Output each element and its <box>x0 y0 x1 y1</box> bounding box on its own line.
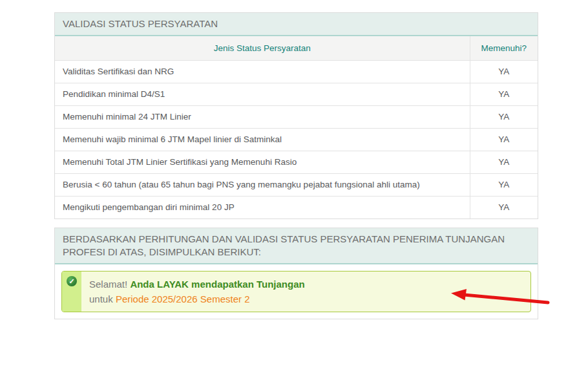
alert-greeting: Selamat! <box>89 279 127 290</box>
alert-line2-prefix: untuk <box>89 293 113 304</box>
requirement-label: Validitas Sertifikasi dan NRG <box>55 60 470 83</box>
alert-period: Periode 2025/2026 Semester 2 <box>116 293 250 304</box>
alert-line-2: untuk Periode 2025/2026 Semester 2 <box>89 292 305 306</box>
alert-line-1: Selamat! Anda LAYAK mendapatkan Tunjanga… <box>89 277 305 292</box>
table-row: Memenuhi Total JTM Linier Sertifikasi ya… <box>55 151 538 173</box>
requirement-label: Berusia < 60 tahun (atau 65 tahun bagi P… <box>55 173 470 196</box>
alert-result: Anda LAYAK mendapatkan Tunjangan <box>130 279 304 290</box>
requirement-value: YA <box>470 83 538 105</box>
alert-stripe: ✓ <box>62 272 81 312</box>
column-header-fulfilled: Memenuhi? <box>470 36 538 60</box>
requirement-value: YA <box>470 196 538 218</box>
conclusion-body: ✓ Selamat! Anda LAYAK mendapatkan Tunjan… <box>55 264 538 319</box>
requirement-label: Memenuhi Total JTM Linier Sertifikasi ya… <box>55 151 470 173</box>
requirement-label: Memenuhi wajib minimal 6 JTM Mapel linie… <box>55 128 470 151</box>
requirement-value: YA <box>470 60 538 83</box>
validation-status-card: VALIDASI STATUS PERSYARATAN Jenis Status… <box>54 12 538 219</box>
table-row: Mengikuti pengembangan diri minimal 20 J… <box>55 196 538 218</box>
validation-card-title: VALIDASI STATUS PERSYARATAN <box>55 13 538 36</box>
requirement-value: YA <box>470 105 538 128</box>
requirement-label: Memenuhi minimal 24 JTM Linier <box>55 105 470 128</box>
column-header-requirement: Jenis Status Persyaratan <box>55 36 470 60</box>
requirement-value: YA <box>470 173 538 196</box>
check-circle-icon: ✓ <box>67 276 77 286</box>
table-row: Memenuhi minimal 24 JTM Linier YA <box>55 105 538 128</box>
eligibility-alert: ✓ Selamat! Anda LAYAK mendapatkan Tunjan… <box>61 271 531 312</box>
table-row: Validitas Sertifikasi dan NRG YA <box>55 60 538 83</box>
alert-text: Selamat! Anda LAYAK mendapatkan Tunjanga… <box>81 272 313 312</box>
conclusion-heading: BERDASARKAN PERHITUNGAN DAN VALIDASI STA… <box>55 228 538 264</box>
requirements-table: Jenis Status Persyaratan Memenuhi? Valid… <box>55 36 538 218</box>
table-row: Pendidikan minimal D4/S1 YA <box>55 83 538 105</box>
conclusion-card: BERDASARKAN PERHITUNGAN DAN VALIDASI STA… <box>54 228 538 319</box>
requirement-value: YA <box>470 151 538 173</box>
table-row: Memenuhi wajib minimal 6 JTM Mapel linie… <box>55 128 538 151</box>
table-row: Berusia < 60 tahun (atau 65 tahun bagi P… <box>55 173 538 196</box>
requirement-label: Mengikuti pengembangan diri minimal 20 J… <box>55 196 470 218</box>
requirement-value: YA <box>470 128 538 151</box>
page: VALIDASI STATUS PERSYARATAN Jenis Status… <box>0 0 588 373</box>
requirement-label: Pendidikan minimal D4/S1 <box>55 83 470 105</box>
table-header-row: Jenis Status Persyaratan Memenuhi? <box>55 36 538 60</box>
